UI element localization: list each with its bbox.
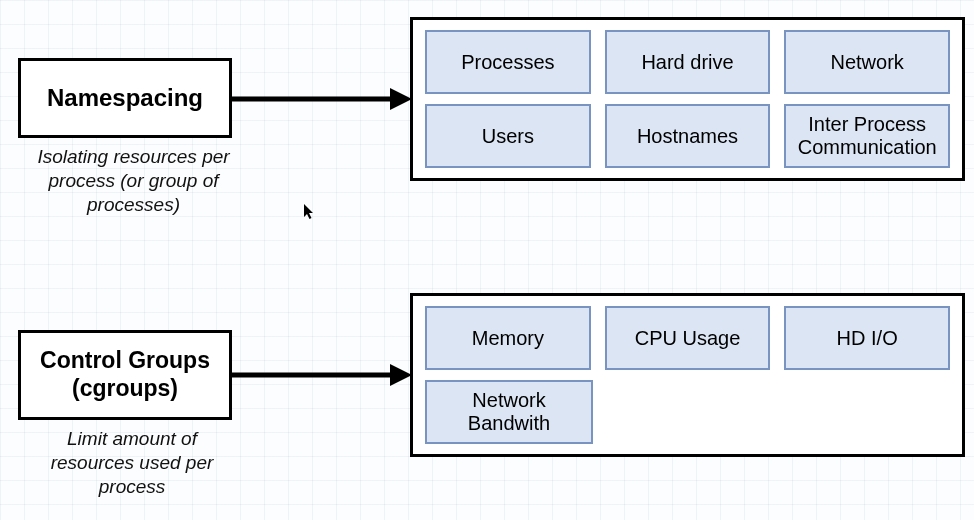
cgroups-row-0: Memory CPU Usage HD I/O bbox=[425, 306, 950, 370]
item-processes: Processes bbox=[425, 30, 591, 94]
cursor-icon bbox=[304, 204, 316, 223]
namespacing-concept-box: Namespacing bbox=[18, 58, 232, 138]
item-network: Network bbox=[784, 30, 950, 94]
arrow-icon bbox=[232, 84, 412, 114]
svg-marker-3 bbox=[390, 364, 412, 386]
namespacing-group-box: Processes Hard drive Network Users Hostn… bbox=[410, 17, 965, 181]
item-cpu-usage: CPU Usage bbox=[605, 306, 771, 370]
namespacing-title: Namespacing bbox=[39, 80, 211, 117]
cgroups-concept-box: Control Groups (cgroups) bbox=[18, 330, 232, 420]
cgroups-caption: Limit amount of resources used per proce… bbox=[38, 427, 226, 498]
item-network-bandwidth: Network Bandwith bbox=[425, 380, 593, 444]
item-users: Users bbox=[425, 104, 591, 168]
namespacing-row-1: Users Hostnames Inter Process Communicat… bbox=[425, 104, 950, 168]
namespacing-row-0: Processes Hard drive Network bbox=[425, 30, 950, 94]
cgroups-row-1: Network Bandwith bbox=[425, 380, 950, 444]
item-hard-drive: Hard drive bbox=[605, 30, 771, 94]
cgroups-title: Control Groups (cgroups) bbox=[21, 343, 229, 406]
cgroups-group-box: Memory CPU Usage HD I/O Network Bandwith bbox=[410, 293, 965, 457]
item-memory: Memory bbox=[425, 306, 591, 370]
svg-marker-1 bbox=[390, 88, 412, 110]
arrow-icon bbox=[232, 360, 412, 390]
item-ipc: Inter Process Communication bbox=[784, 104, 950, 168]
namespacing-caption: Isolating resources per process (or grou… bbox=[26, 145, 241, 216]
item-hd-io: HD I/O bbox=[784, 306, 950, 370]
item-hostnames: Hostnames bbox=[605, 104, 771, 168]
